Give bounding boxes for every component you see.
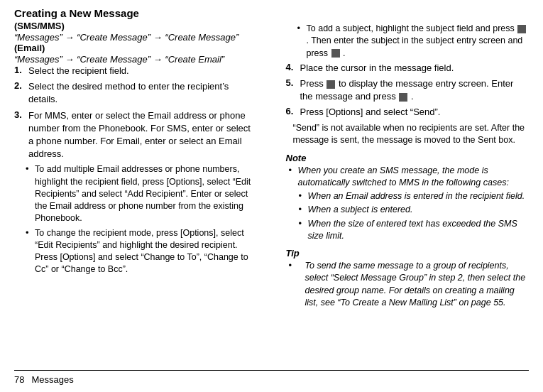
- tip-title: Tip: [286, 248, 530, 258]
- step-1-text: Select the recipient field.: [28, 65, 129, 77]
- note-sub-bullets: • When an Email address is entered in th…: [296, 190, 530, 242]
- note-bullet-sms-text: When you create an SMS message, the mode…: [298, 165, 530, 190]
- tip-text: To send the same message to a group of r…: [305, 260, 530, 309]
- note-sub-bullet-1: • When an Email address is entered in th…: [299, 190, 530, 202]
- bullet-change-recipient: • To change the recipient mode, press [O…: [26, 227, 258, 276]
- right-column: • To add a subject, highlight the subjec…: [279, 21, 530, 366]
- subject-bullet-dot: •: [297, 23, 305, 33]
- note-sub-text-1: When an Email address is entered in the …: [308, 190, 525, 202]
- step-5-part1: Press: [300, 78, 324, 89]
- step-4-text: Place the cursor in the message field.: [300, 62, 454, 75]
- step-3-text: For MMS, enter or select the Email addre…: [28, 109, 258, 161]
- bullet-change-recipient-text: To change the recipient mode, press [Opt…: [35, 227, 258, 276]
- step-5-text: Press to display the message entry scree…: [300, 77, 530, 103]
- step-3: 3. For MMS, enter or select the Email ad…: [14, 109, 258, 161]
- note-sub-bullet-2: • When a subject is entered.: [299, 204, 530, 216]
- tip-bullet-dot: •: [289, 260, 296, 271]
- step-1: 1. Select the recipient field.: [14, 65, 258, 77]
- note-bullet-sms: • When you create an SMS message, the mo…: [289, 165, 530, 190]
- note-sub-dot-3: •: [299, 218, 306, 229]
- footer: 78 Messages: [14, 370, 529, 385]
- subject-bullet-text: To add a subject, highlight the subject …: [307, 23, 530, 60]
- key-icon-2: [331, 49, 340, 58]
- note-sub-dot-1: •: [299, 190, 306, 201]
- bullet-dot-1: •: [26, 163, 33, 174]
- sms-mms-path: “Messages” → “Create Message” → “Create …: [14, 32, 258, 43]
- note-sub-text-3: When the size of entered text has exceed…: [308, 218, 530, 243]
- step-6: 6. Press [Options] and select “Send”.: [286, 106, 530, 119]
- sms-mms-subtitle: (SMS/MMS): [14, 21, 258, 31]
- page-title: Creating a New Message: [14, 7, 529, 19]
- tip-bullet: • To send the same message to a group of…: [289, 260, 530, 309]
- footer-label: Messages: [31, 374, 73, 385]
- subject-text-part3: .: [343, 48, 345, 58]
- step-5: 5. Press to display the message entry sc…: [286, 77, 530, 103]
- key-icon-1: [517, 25, 526, 33]
- step-2-text: Select the desired method to enter the r…: [28, 80, 258, 106]
- subject-text-part1: To add a subject, highlight the subject …: [307, 23, 515, 33]
- send-note: “Send” is not available when no recipien…: [293, 122, 530, 147]
- step-6-text: Press [Options] and select “Send”.: [300, 106, 441, 119]
- key-icon-3: [327, 80, 335, 89]
- bullet-add-multiple-text: To add multiple Email addresses or phone…: [35, 163, 258, 224]
- step-1-num: 1.: [14, 65, 27, 75]
- email-subtitle: (Email): [14, 43, 258, 53]
- tip-section: Tip • To send the same message to a grou…: [286, 248, 530, 309]
- step-3-bullets: • To add multiple Email addresses or pho…: [26, 163, 258, 276]
- step-5-num: 5.: [286, 77, 299, 88]
- bullet-dot-2: •: [26, 227, 33, 238]
- two-column-layout: (SMS/MMS) “Messages” → “Create Message” …: [14, 21, 529, 366]
- page-number: 78: [14, 374, 24, 385]
- subject-bullet-section: • To add a subject, highlight the subjec…: [297, 23, 530, 60]
- step-4-num: 4.: [286, 62, 299, 72]
- note-sub-dot-2: •: [299, 204, 306, 214]
- step-4: 4. Place the cursor in the message field…: [286, 62, 530, 75]
- note-title: Note: [286, 153, 530, 163]
- note-sub-bullet-3: • When the size of entered text has exce…: [299, 218, 530, 243]
- left-column: (SMS/MMS) “Messages” → “Create Message” …: [14, 21, 265, 366]
- step-6-num: 6.: [286, 106, 299, 116]
- page: Creating a New Message (SMS/MMS) “Messag…: [0, 0, 543, 392]
- note-bullet-dot-1: •: [289, 165, 296, 175]
- step-3-num: 3.: [14, 109, 27, 120]
- step-5-part3: .: [411, 91, 414, 102]
- bullet-add-multiple: • To add multiple Email addresses or pho…: [26, 163, 258, 224]
- note-section: Note • When you create an SMS message, t…: [286, 153, 530, 243]
- step-2-num: 2.: [14, 80, 27, 91]
- note-sub-text-2: When a subject is entered.: [308, 204, 413, 216]
- key-icon-4: [399, 93, 407, 102]
- subject-bullet: • To add a subject, highlight the subjec…: [297, 23, 530, 60]
- email-path: “Messages” → “Create Message” → “Create …: [14, 54, 258, 65]
- step-2: 2. Select the desired method to enter th…: [14, 80, 258, 106]
